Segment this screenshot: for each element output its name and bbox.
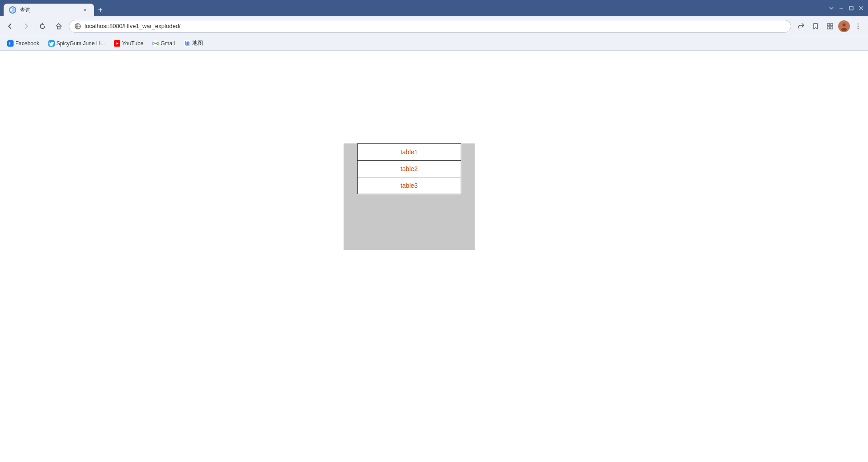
tab-strip: 查询 ✕ + [4,0,823,16]
gmail-icon [152,40,159,47]
forward-button[interactable] [20,20,33,33]
svg-point-20 [858,25,859,26]
reload-button[interactable] [36,20,49,33]
title-bar: 查询 ✕ + [0,0,868,16]
tab-close-button[interactable]: ✕ [81,6,89,14]
bookmark-spicygum[interactable]: SpicyGum June Li... [45,39,108,48]
browser-window: 查询 ✕ + [0,0,868,462]
table-row-item-3[interactable]: table3 [358,177,461,194]
profile-avatar[interactable] [838,20,850,32]
url-text: localhost:8080/Hlve1_war_exploded/ [85,23,785,29]
maximize-button[interactable] [848,5,854,11]
svg-rect-14 [830,24,833,26]
svg-point-17 [843,23,846,26]
svg-rect-13 [827,24,830,26]
svg-rect-5 [849,6,853,10]
nav-bar: localhost:8080/Hlve1_war_exploded/ [0,16,868,36]
menu-button[interactable] [852,20,864,33]
active-tab[interactable]: 查询 ✕ [4,4,94,16]
new-tab-button[interactable]: + [94,4,107,16]
svg-rect-8 [57,26,60,29]
table-list: table1table2table3 [357,143,461,194]
bookmarks-bar: f Facebook SpicyGum June Li... YouTube [0,36,868,51]
bookmark-facebook[interactable]: f Facebook [4,39,43,48]
bookmark-youtube[interactable]: YouTube [110,39,147,48]
tab-dropdown-button[interactable] [828,5,835,11]
svg-point-18 [841,28,847,31]
twitter-icon [48,40,55,47]
youtube-icon [114,40,120,47]
svg-rect-22 [7,40,14,47]
close-button[interactable] [858,5,864,11]
content-area: table1table2table3 [344,143,475,250]
lock-icon [75,23,81,29]
maps-icon [184,40,190,47]
table-row-item-2[interactable]: table2 [358,161,461,177]
svg-rect-15 [827,27,830,29]
back-button[interactable] [4,20,16,33]
bookmark-button[interactable] [809,20,822,33]
tab-manager-button[interactable] [824,20,836,33]
svg-point-21 [858,28,859,29]
minimize-button[interactable] [838,5,844,11]
table-row-item-1[interactable]: table1 [358,144,461,161]
facebook-icon: f [7,40,14,47]
svg-point-19 [858,23,859,24]
tab-title: 查询 [20,6,78,14]
bookmark-maps[interactable]: 地图 [180,38,207,48]
nav-right-icons [795,20,864,33]
page-content: table1table2table3 [0,51,868,462]
svg-rect-16 [830,27,833,29]
window-controls [828,5,864,11]
tab-favicon [9,6,16,14]
bookmark-gmail[interactable]: Gmail [149,39,178,48]
share-button[interactable] [795,20,807,33]
home-button[interactable] [52,20,65,33]
address-bar[interactable]: localhost:8080/Hlve1_war_exploded/ [69,20,791,33]
